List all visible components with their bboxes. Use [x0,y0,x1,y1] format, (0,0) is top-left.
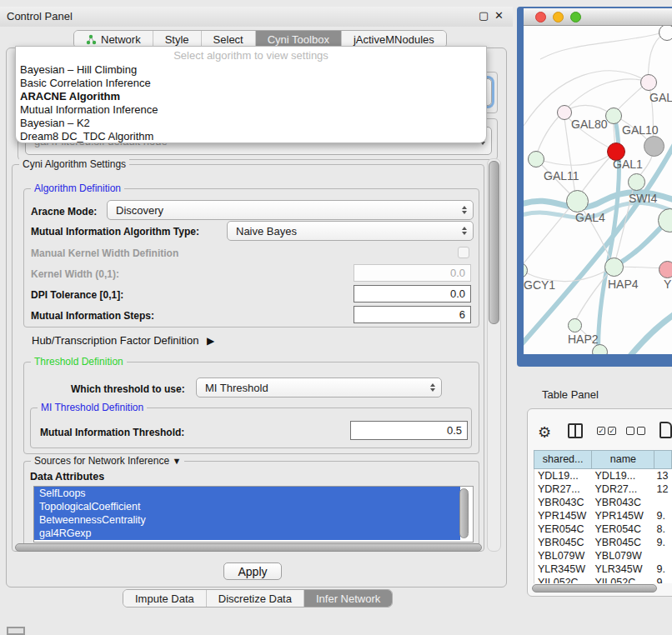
tab-select-label: Select [213,33,243,46]
kernel-width-label: Kernel Width (0,1): [31,268,119,280]
dropdown-item[interactable]: Bayesian – K2 [16,117,486,130]
cell [654,496,672,509]
tab-discretize-data-label: Discretize Data [218,592,292,605]
table-row[interactable]: YDR27...YDR27...12 [534,482,672,496]
threshold-definition-title: Threshold Definition [31,356,127,368]
cell: 12 [654,482,672,496]
dpi-tolerance-field[interactable]: 0.0 [354,285,471,302]
node-label: GAL [649,91,672,104]
network-node[interactable] [640,74,657,91]
table-row[interactable]: YER054CYER054C8. [534,522,672,536]
algorithm-definition-title: Algorithm Definition [31,182,124,194]
manual-kernel-label: Manual Kernel Width Definition [31,248,178,259]
node-label: GAL10 [622,123,659,137]
close-window-icon[interactable]: ✕ [494,9,504,22]
minimize-traffic-light-icon[interactable] [553,12,564,22]
network-node[interactable] [644,136,664,157]
table-row[interactable]: YIL052CYIL052C9 [534,576,672,583]
mi-threshold-label: Mutual Information Threshold: [40,427,184,438]
new-table-icon[interactable] [659,422,672,438]
list-scrollbar-thumb[interactable] [459,488,469,538]
sources-title: Sources for Network Inference [34,455,169,467]
tab-impute-data[interactable]: Impute Data [123,590,207,607]
mi-type-value: Naive Bayes [236,225,297,238]
settings-scrollbar-thumb[interactable] [489,161,499,324]
network-node[interactable] [628,173,645,191]
manual-kernel-checkbox[interactable] [458,247,469,258]
list-item[interactable]: gal4RGexp [34,527,460,540]
column-header[interactable]: name [592,451,654,468]
kernel-width-field[interactable]: 0.0 [354,264,471,282]
aracne-mode-combo[interactable]: Discovery [107,200,474,220]
control-panel-title: Control Panel [7,10,73,22]
settings-hscrollbar-thumb[interactable] [15,543,482,552]
table-hscrollbar-thumb[interactable] [532,584,657,592]
tab-jactivemnodules[interactable]: jActiveMNodules [342,31,446,48]
table-row[interactable]: YBR043CYBR043C [534,496,672,509]
gear-icon[interactable]: ⚙ [538,423,551,442]
network-node[interactable] [659,26,672,41]
cell: 9. [654,536,672,549]
network-node[interactable] [605,108,622,124]
network-node[interactable] [557,105,572,120]
table-row[interactable]: YPR145WYPR145W9. [534,509,672,522]
unselect-all-columns-icon[interactable] [626,427,645,435]
mi-type-combo[interactable]: Naive Bayes [227,221,474,241]
tab-impute-data-label: Impute Data [135,592,194,605]
zoom-traffic-light-icon[interactable] [570,12,581,22]
hub-definition-toggle[interactable]: Hub/Transcription Factor Definition ▶ [32,334,214,347]
dropdown-item[interactable]: Dream8 DC_TDC Algorithm [16,130,486,143]
node-label: HAP2 [568,332,599,346]
tab-select[interactable]: Select [202,31,256,48]
dropdown-item[interactable]: Bayesian – Hill Climbing [16,63,486,77]
float-window-icon[interactable]: ▢ [479,9,489,22]
sources-title-wrap[interactable]: Sources for Network Inference ▼ [31,455,184,467]
table-header-row: shared... name [534,450,672,469]
network-window-titlebar[interactable] [524,8,672,26]
dropdown-item[interactable]: Mutual Information Inference [16,103,486,117]
network-node[interactable] [568,318,582,332]
node-label: Y [664,278,671,291]
table-row[interactable]: YBL079WYBL079W [534,549,672,562]
which-threshold-combo[interactable]: MI Threshold [196,378,442,398]
data-attributes-list[interactable]: SelfLoops TopologicalCoefficient Between… [33,486,474,542]
mi-type-label: Mutual Information Algorithm Type: [31,226,199,238]
list-item[interactable]: SelfLoops [34,487,460,500]
table-row[interactable]: YLR345WYLR345W9. [534,562,672,576]
node-label: GAL11 [544,169,579,182]
table-row[interactable]: YBR045CYBR045C9. [534,536,672,549]
show-columns-icon[interactable] [568,423,583,438]
cell: YER054C [534,522,592,536]
network-canvas[interactable]: GAL GAL80 GAL10 GAL1 GAL11 SWI4 GAL4 HAP… [524,26,672,354]
tab-style[interactable]: Style [153,31,202,48]
list-item[interactable]: TopologicalCoefficient [34,500,460,513]
network-node[interactable] [566,190,589,212]
cell: YPR145W [592,509,654,522]
mi-threshold-field[interactable]: 0.5 [350,421,468,440]
cell: YIL052C [534,576,592,583]
tab-network[interactable]: Network [74,31,153,48]
network-node[interactable] [604,258,624,277]
column-header[interactable] [654,451,671,468]
cell: YIL052C [592,576,654,583]
table-rows: YDL19...YDL19...13 YDR27...YDR27...12 YB… [534,469,672,583]
node-label: HAP4 [608,278,639,291]
network-node[interactable] [528,151,544,168]
column-header[interactable]: shared... [534,451,592,468]
select-all-columns-icon[interactable]: ✓✓ [597,427,616,435]
mi-steps-field[interactable]: 6 [354,306,471,323]
cell: 9 [654,576,672,583]
dropdown-item[interactable]: Basic Correlation Inference [16,77,486,90]
apply-button[interactable]: Apply [223,562,282,580]
close-traffic-light-icon[interactable] [535,12,546,22]
table-row[interactable]: YDL19...YDL19...13 [534,469,672,482]
minimized-panel-icon[interactable] [7,627,25,635]
tab-discretize-data[interactable]: Discretize Data [207,590,304,607]
combo-arrows-icon [462,206,467,214]
list-item[interactable]: BetweennessCentrality [34,513,460,527]
tab-cyni-toolbox[interactable]: Cyni Toolbox [256,31,342,48]
network-node[interactable] [659,261,672,278]
cell: YLR345W [592,562,654,576]
dropdown-item-highlighted[interactable]: ARACNE Algorithm [16,90,486,103]
tab-infer-network[interactable]: Infer Network [304,590,392,607]
